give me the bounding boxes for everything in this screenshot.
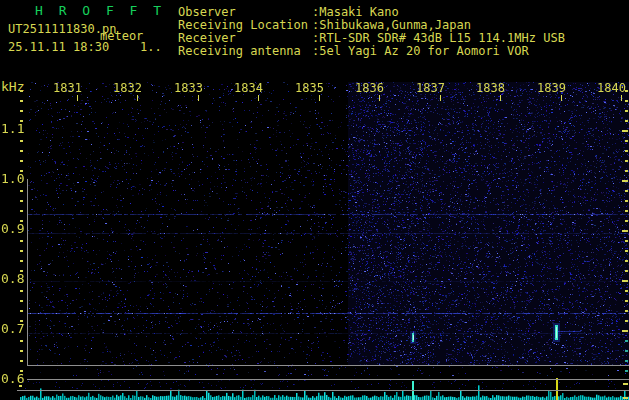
freq-tick-right xyxy=(625,120,628,122)
time-label-1835: 1835 xyxy=(295,82,324,95)
meteor-count: 1.. xyxy=(140,41,162,54)
app-title: H R O F F T xyxy=(35,4,165,17)
plot-bottom-border xyxy=(27,365,629,366)
freq-tick-left xyxy=(20,120,23,122)
freq-label-0.8: 0.8 xyxy=(1,272,24,285)
time-label-1836: 1836 xyxy=(355,82,384,95)
time-label-1833: 1833 xyxy=(174,82,203,95)
freq-tick-right xyxy=(625,340,628,342)
freq-tick-left xyxy=(20,140,23,142)
time-label-1832: 1832 xyxy=(113,82,142,95)
freq-tick-right xyxy=(625,240,628,242)
freq-tick-right xyxy=(625,110,628,112)
freq-tick-left xyxy=(20,310,23,312)
freq-tick-left xyxy=(20,350,23,352)
time-tick xyxy=(500,95,501,101)
freq-tick-left xyxy=(20,160,23,162)
time-label-1840: 1840 xyxy=(597,82,626,95)
freq-tick-right xyxy=(625,300,628,302)
freq-tick-right xyxy=(625,270,628,272)
freq-tick-left xyxy=(20,250,23,252)
freq-label-1.1: 1.1 xyxy=(1,122,24,135)
freq-tick-left xyxy=(20,360,23,362)
time-tick xyxy=(77,95,78,101)
freq-label-0.9: 0.9 xyxy=(1,222,24,235)
freq-tick-left xyxy=(20,200,23,202)
freq-label-0.6: 0.6 xyxy=(1,372,24,385)
freq-tick-right xyxy=(625,370,628,372)
freq-tick-left-extra xyxy=(19,385,22,387)
freq-tick-left xyxy=(20,100,23,102)
meta-label-3: Receiving antenna xyxy=(178,45,301,58)
freq-tick-right xyxy=(625,190,628,192)
freq-tick-right xyxy=(625,250,628,252)
freq-tick-left xyxy=(20,150,23,152)
right-bottom-tick xyxy=(623,397,628,399)
freq-tick-right xyxy=(625,140,628,142)
freq-tick-right xyxy=(625,320,628,322)
time-tick xyxy=(198,95,199,101)
freq-tick-right xyxy=(625,260,628,262)
meta-value-3: :5el Yagi Az 20 for Aomori VOR xyxy=(312,45,529,58)
time-label-1831: 1831 xyxy=(53,82,82,95)
time-label-1837: 1837 xyxy=(416,82,445,95)
time-tick xyxy=(379,95,380,101)
time-label-1834: 1834 xyxy=(234,82,263,95)
freq-label-1.0: 1.0 xyxy=(1,172,24,185)
freq-tick-right xyxy=(625,290,628,292)
freq-tick-left xyxy=(20,240,23,242)
observation-datetime: 25.11.11 18:30 xyxy=(8,41,109,54)
baseline-0p6-line xyxy=(27,379,629,380)
freq-tick-right xyxy=(622,130,628,132)
time-tick xyxy=(137,95,138,101)
freq-tick-right xyxy=(625,360,628,362)
freq-label-0.7: 0.7 xyxy=(1,322,24,335)
plot-left-border xyxy=(27,179,28,366)
time-tick xyxy=(319,95,320,101)
freq-tick-left xyxy=(20,370,23,372)
freq-tick-left xyxy=(20,260,23,262)
freq-tick-left xyxy=(20,190,23,192)
freq-tick-right xyxy=(625,350,628,352)
freq-tick-left xyxy=(20,220,23,222)
freq-tick-left xyxy=(20,110,23,112)
freq-tick-right xyxy=(625,200,628,202)
freq-tick-right xyxy=(622,180,628,182)
time-label-1838: 1838 xyxy=(476,82,505,95)
freq-tick-right xyxy=(625,310,628,312)
freq-tick-right xyxy=(625,170,628,172)
freq-tick-right xyxy=(622,330,628,332)
freq-tick-left xyxy=(20,90,23,92)
time-label-1839: 1839 xyxy=(537,82,566,95)
time-tick xyxy=(440,95,441,101)
freq-tick-right xyxy=(622,280,628,282)
freq-tick-right xyxy=(625,220,628,222)
freq-tick-right xyxy=(625,210,628,212)
time-tick xyxy=(621,95,622,101)
time-tick xyxy=(258,95,259,101)
freq-tick-left xyxy=(20,300,23,302)
freq-tick-left xyxy=(20,340,23,342)
freq-tick-left xyxy=(20,320,23,322)
freq-tick-right xyxy=(625,90,628,92)
right-bottom-tick xyxy=(623,383,628,385)
time-tick xyxy=(561,95,562,101)
freq-tick-right xyxy=(625,150,628,152)
freq-tick-right xyxy=(622,230,628,232)
hrofft-screen: H R O F F T UT2511111830.pn meteor 25.11… xyxy=(0,0,629,400)
level-graph-top-border xyxy=(17,390,629,391)
freq-tick-left xyxy=(20,210,23,212)
freq-tick-left xyxy=(20,170,23,172)
freq-tick-right xyxy=(625,160,628,162)
freq-tick-left xyxy=(20,270,23,272)
freq-tick-left xyxy=(20,290,23,292)
spectrogram-canvas xyxy=(28,76,629,379)
freq-tick-right xyxy=(625,100,628,102)
